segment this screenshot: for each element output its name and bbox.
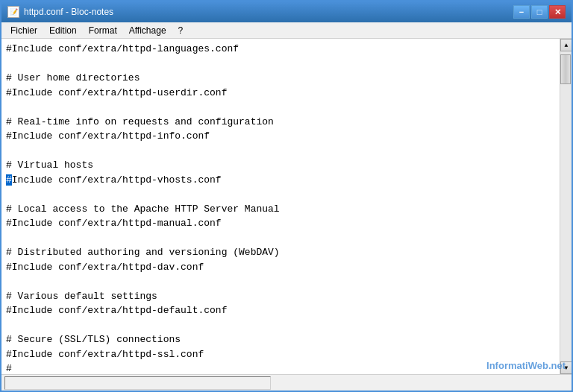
title-bar-buttons: − □ ✕ bbox=[513, 5, 566, 19]
menu-format[interactable]: Format bbox=[83, 24, 123, 37]
window-title: httpd.conf - Bloc-notes bbox=[24, 7, 113, 17]
title-bar-left: 📝 httpd.conf - Bloc-notes bbox=[7, 6, 113, 18]
menu-bar: Fichier Edition Format Affichage ? bbox=[1, 22, 572, 39]
menu-edition[interactable]: Edition bbox=[43, 24, 83, 37]
menu-help[interactable]: ? bbox=[172, 24, 190, 37]
text-editor[interactable]: #Include conf/extra/httpd-languages.conf… bbox=[1, 39, 560, 374]
main-window: 📝 httpd.conf - Bloc-notes − □ ✕ Fichier … bbox=[0, 0, 573, 392]
scroll-up-button[interactable]: ▲ bbox=[560, 39, 572, 51]
app-icon: 📝 bbox=[7, 6, 19, 18]
menu-affichage[interactable]: Affichage bbox=[123, 24, 172, 37]
title-bar: 📝 httpd.conf - Bloc-notes − □ ✕ bbox=[1, 1, 572, 22]
content-area: #Include conf/extra/httpd-languages.conf… bbox=[1, 39, 572, 374]
scroll-track[interactable] bbox=[560, 51, 572, 361]
menu-fichier[interactable]: Fichier bbox=[4, 24, 43, 37]
scroll-thumb[interactable] bbox=[560, 54, 571, 84]
minimize-button[interactable]: − bbox=[513, 5, 530, 19]
status-segment-1 bbox=[4, 376, 271, 390]
vertical-scrollbar[interactable]: ▲ ▼ bbox=[560, 39, 572, 374]
status-bar bbox=[1, 374, 572, 391]
maximize-button[interactable]: □ bbox=[531, 5, 548, 19]
close-button[interactable]: ✕ bbox=[549, 5, 566, 19]
scroll-down-button[interactable]: ▼ bbox=[560, 361, 572, 374]
